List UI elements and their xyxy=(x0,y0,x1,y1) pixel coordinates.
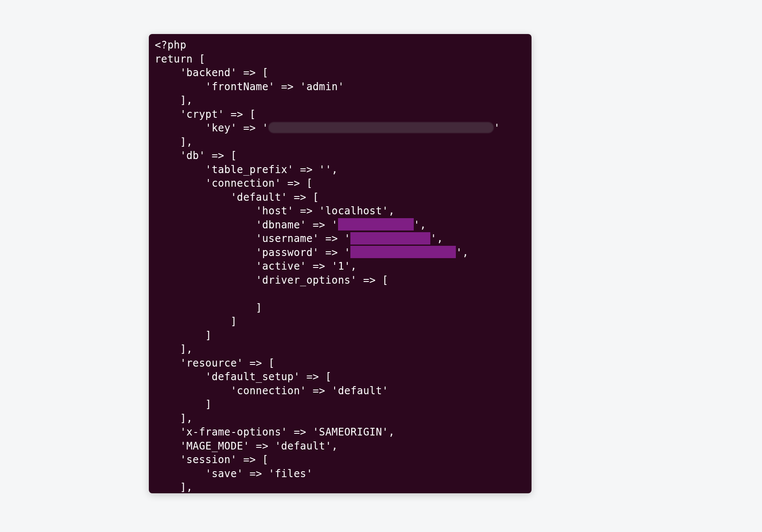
code-line: ], xyxy=(155,413,193,424)
redacted-username xyxy=(350,232,430,245)
redacted-crypt-key xyxy=(268,122,494,133)
code-line: 'default' => [ xyxy=(155,191,319,203)
code-line: return [ xyxy=(155,53,205,65)
code-line: 'save' => 'files' xyxy=(155,468,313,480)
code-line: ], xyxy=(155,481,193,493)
code-line: 'password' => ' xyxy=(155,247,350,259)
code-line: 'backend' => [ xyxy=(155,67,268,79)
code-line: 'driver_options' => [ xyxy=(155,274,388,286)
code-line: 'db' => [ xyxy=(155,150,237,162)
code-line: ] xyxy=(155,316,237,327)
code-line: ], xyxy=(155,94,193,106)
code-line: ] xyxy=(155,398,212,410)
code-line: 'table_prefix' => '', xyxy=(155,164,338,176)
code-line: 'resource' => [ xyxy=(155,357,275,369)
code-line: ', xyxy=(456,247,469,259)
redacted-dbname xyxy=(338,218,414,230)
code-line: <?php xyxy=(155,39,186,51)
code-line: 'active' => '1', xyxy=(155,260,357,272)
code-line: ', xyxy=(430,233,443,245)
code-line: 'frontName' => 'admin' xyxy=(155,81,344,93)
code-line: 'MAGE_MODE' => 'default', xyxy=(155,440,338,452)
terminal-window: <?php return [ 'backend' => [ 'frontName… xyxy=(149,34,532,493)
code-line: ' xyxy=(494,122,500,134)
code-line: 'crypt' => [ xyxy=(155,108,256,120)
code-line: 'username' => ' xyxy=(155,233,350,245)
code-line: ], xyxy=(155,343,193,355)
redacted-password xyxy=(350,246,456,258)
code-line: 'session' => [ xyxy=(155,454,268,466)
code-line: 'connection' => [ xyxy=(155,177,313,189)
code-line: 'dbname' => ' xyxy=(155,219,338,231)
code-line: 'default_setup' => [ xyxy=(155,371,332,383)
code-line: 'host' => 'localhost', xyxy=(155,205,395,217)
code-line: ', xyxy=(414,219,426,231)
code-line: ] xyxy=(155,330,212,341)
code-line: 'x-frame-options' => 'SAMEORIGIN', xyxy=(155,426,395,438)
code-line: ], xyxy=(155,136,193,148)
code-block: <?php return [ 'backend' => [ 'frontName… xyxy=(149,34,532,493)
code-line: 'key' => ' xyxy=(155,122,268,134)
code-line: ] xyxy=(155,302,262,314)
code-line: 'connection' => 'default' xyxy=(155,385,388,397)
